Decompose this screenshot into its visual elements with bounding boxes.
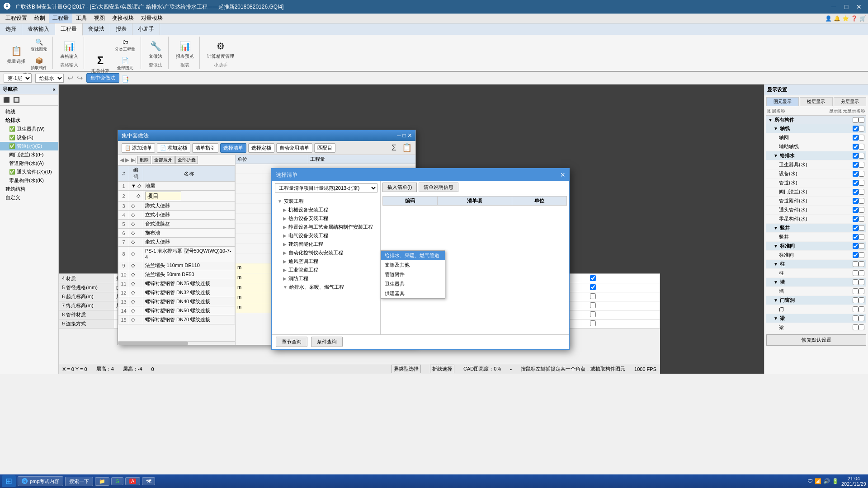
nav-item-falmen[interactable]: 阀门法兰(水)(F) xyxy=(0,150,58,159)
prop-checkbox-5[interactable] xyxy=(590,284,596,290)
falmen-check1[interactable] xyxy=(853,189,859,195)
prop-checkbox-9[interactable] xyxy=(590,320,596,326)
nav-tool-1[interactable]: ⬛ xyxy=(2,95,11,104)
tongtou-check2[interactable] xyxy=(859,207,864,213)
prop-checkbox-8[interactable] xyxy=(590,311,596,317)
display-group-biaozhun[interactable]: ▼ 标准间 xyxy=(766,242,866,251)
nav-item-lingxing[interactable]: 零星构件(水)(K) xyxy=(0,176,58,185)
table-summary-icon[interactable]: 📋 xyxy=(402,143,412,153)
tree-item-zidonghua[interactable]: ▶自动化控制仪表安装工程 xyxy=(274,249,378,257)
select-qingdan-btn[interactable]: 选择清单 xyxy=(220,143,246,153)
precision-btn[interactable]: ⚙ 计算精度管理 xyxy=(205,38,236,61)
find-element-btn[interactable]: 🔍 查找图元 xyxy=(29,37,49,53)
insert-qingdan-btn[interactable]: 插入清单(I) xyxy=(382,183,417,192)
tree-item-dianqi[interactable]: ▶电气设备安装工程 xyxy=(274,231,378,240)
tree-item-jingzhi[interactable]: ▶静置设备与工艺金属结构制作安装工程 xyxy=(274,223,378,231)
table-row[interactable]: 8 ◇ PS-1 潜水排污泵 型号50QW(WQ)10-7-4 xyxy=(118,247,235,261)
table-row[interactable]: 7 ◇ 坐式大便器 xyxy=(118,238,235,247)
cart-icon[interactable]: 🛒 xyxy=(859,15,866,22)
guandaofj-check2[interactable] xyxy=(859,198,864,204)
menu-huizhi[interactable]: 绘制 xyxy=(31,14,49,23)
expand-xiaofang[interactable]: ▶ xyxy=(283,276,287,281)
star-icon[interactable]: ⭐ xyxy=(842,15,849,22)
summarize-btn[interactable]: Σ 汇总计算 xyxy=(90,52,111,75)
delete-btn[interactable]: 删除 xyxy=(137,156,151,164)
nav-item-guandao[interactable]: ✅ 管道(水)(G) xyxy=(0,142,58,150)
zhouxian-check2[interactable] xyxy=(859,126,864,131)
zhu-check2[interactable] xyxy=(859,261,864,267)
taskbar-btn-folder[interactable]: 📁 xyxy=(95,477,109,486)
lingxing-check1[interactable] xyxy=(853,216,859,222)
auto-apply-btn[interactable]: 自动套用清单 xyxy=(276,143,312,153)
tree-item-tongfeng[interactable]: ▶通风空调工程 xyxy=(274,257,378,266)
nav-item-tongtou[interactable]: ✅ 通头管件(水)(U) xyxy=(0,168,58,176)
zhouxian-check1[interactable] xyxy=(853,126,859,131)
men2-check1[interactable] xyxy=(853,306,859,312)
expand-reli[interactable]: ▶ xyxy=(283,216,287,221)
tree-item-anzhuang[interactable]: ▼安装工程 xyxy=(274,197,378,206)
dialog-scrollbar[interactable] xyxy=(118,341,235,345)
menu-gongchengliang[interactable]: 工程量 xyxy=(49,14,72,23)
men-check2[interactable] xyxy=(859,297,864,303)
ribbon-tab-xiaozhushou[interactable]: 小助手 xyxy=(132,23,160,35)
report-preview-btn[interactable]: 📊 报表预览 xyxy=(174,38,196,61)
display-group-liang[interactable]: ▼ 梁 xyxy=(766,314,866,323)
nav-item-shebei[interactable]: ✅ 设备(S) xyxy=(0,133,58,142)
table-row[interactable]: 1 ▼ ◇ 地层 xyxy=(118,182,235,191)
biaozhun-check1[interactable] xyxy=(853,243,859,249)
biaozhun2-check1[interactable] xyxy=(853,252,859,258)
fuzhu-check1[interactable] xyxy=(853,144,859,150)
close-btn[interactable]: ✕ xyxy=(854,2,864,11)
jizhong-minimize-btn[interactable]: ─ xyxy=(397,131,401,140)
taskbar-btn-search[interactable]: 搜索一下 xyxy=(65,477,93,486)
qingdan-zhiyin-btn[interactable]: 清单指引 xyxy=(192,143,218,153)
add-qingdan-btn[interactable]: 📋添加清单 xyxy=(122,143,155,153)
undo-icon[interactable]: ↩ xyxy=(67,74,73,82)
nav-item-zidingyi[interactable]: 自定义 xyxy=(0,193,58,202)
taskbar-btn-aa[interactable]: A xyxy=(125,477,140,485)
guandaofj-check1[interactable] xyxy=(853,198,859,204)
lingxing-check2[interactable] xyxy=(859,216,864,222)
type-select[interactable]: 给排水 xyxy=(35,74,64,83)
ribbon-tab-taozuofa[interactable]: 套做法 xyxy=(83,23,110,35)
all-elements-btn[interactable]: 📄 全部图元 xyxy=(113,55,137,72)
taskbar-btn-map[interactable]: 🗺 xyxy=(142,477,155,485)
floor-select[interactable]: 第-1层 xyxy=(4,74,32,83)
tree-item-reli[interactable]: ▶热力设备安装工程 xyxy=(274,214,378,223)
scrollbar-thumb[interactable] xyxy=(118,342,188,345)
tab-layer-display[interactable]: 分层显示 xyxy=(834,97,866,106)
zhu-check1[interactable] xyxy=(853,261,859,267)
redo-icon[interactable]: ↪ xyxy=(77,74,83,82)
expand-dianqi[interactable]: ▶ xyxy=(283,233,287,238)
nav-tool-2[interactable]: 🔲 xyxy=(12,95,21,104)
table-row[interactable]: 3 ◇ 蹲式大便器 xyxy=(118,202,235,211)
liang2-check2[interactable] xyxy=(859,324,864,330)
nav-item-jianzhu[interactable]: 建筑结构 xyxy=(0,185,58,193)
expand-gongye[interactable]: ▶ xyxy=(283,267,287,272)
table-row[interactable]: 14 ◇ 螺锌衬塑钢管 DN50 螺纹连接 xyxy=(118,306,235,315)
qiang-check1[interactable] xyxy=(853,279,859,285)
expand-jixie[interactable]: ▶ xyxy=(283,207,287,212)
gd-check2[interactable] xyxy=(859,180,864,186)
expand-all-btn[interactable]: 全部展开 xyxy=(152,156,175,164)
expand-jingzhi[interactable]: ▶ xyxy=(283,225,287,230)
table-input-btn[interactable]: 📊 表格输入 xyxy=(58,38,80,61)
tree-item-geipaishui[interactable]: ▼给排水、采暖、燃气工程 xyxy=(274,283,378,291)
gps-check1[interactable] xyxy=(853,153,859,159)
display-group-zhu[interactable]: ▼ 柱 xyxy=(766,260,866,269)
liang-check1[interactable] xyxy=(853,315,859,321)
display-group-shujing[interactable]: ▼ 竖井 xyxy=(766,224,866,233)
tree-item-xiaofang[interactable]: ▶消防工程 xyxy=(274,274,378,283)
qiang-check2[interactable] xyxy=(859,279,864,285)
collapse-all-btn[interactable]: 全部折叠 xyxy=(175,156,198,164)
group-check-all-1[interactable] xyxy=(853,117,859,123)
qingdan-info-btn[interactable]: 清单说明信息 xyxy=(419,183,458,192)
tab-element-display[interactable]: 图元显示 xyxy=(766,97,799,106)
ribbon-tab-xuanze[interactable]: 选择 xyxy=(0,23,22,35)
jizhong-maximize-btn[interactable]: □ xyxy=(402,131,406,140)
match-btn[interactable]: 匹配目 xyxy=(314,143,335,153)
chapter-query-btn[interactable]: 章节查询 xyxy=(276,337,307,347)
extract-component-btn[interactable]: 📦 抽取构件 xyxy=(29,55,49,72)
shujing-check1[interactable] xyxy=(853,225,859,231)
reset-default-btn[interactable]: 恢复默认设置 xyxy=(766,334,866,346)
